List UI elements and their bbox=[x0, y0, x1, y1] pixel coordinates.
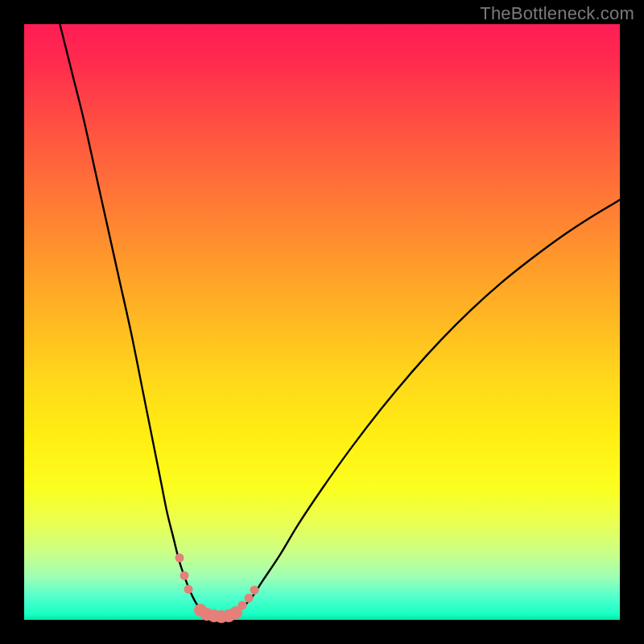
plot-area bbox=[24, 24, 620, 620]
bottleneck-curve bbox=[24, 24, 620, 620]
curve-path bbox=[60, 24, 620, 617]
watermark-text: TheBottleneck.com bbox=[480, 3, 634, 24]
outer-frame: TheBottleneck.com bbox=[0, 0, 644, 644]
